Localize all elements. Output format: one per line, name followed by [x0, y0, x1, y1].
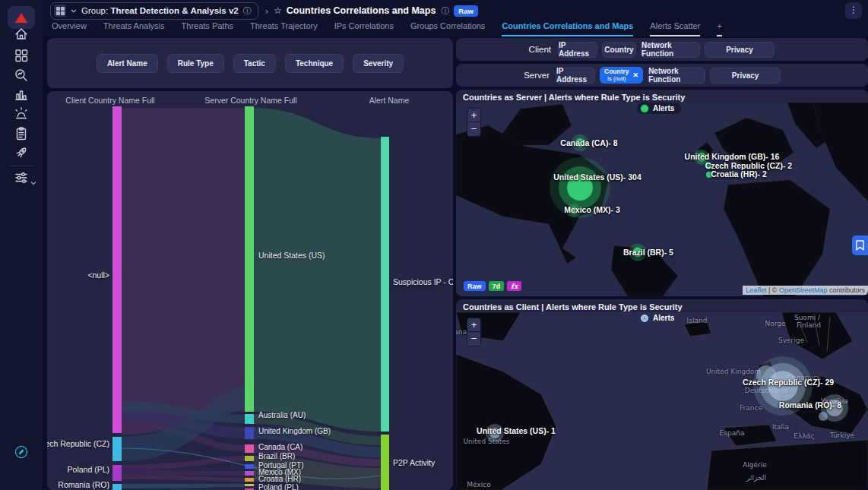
- client-country-button[interactable]: Country: [602, 42, 636, 58]
- tab-groups-correlations[interactable]: Groups Correlations: [410, 21, 485, 36]
- timerange-badge[interactable]: 7d: [489, 281, 505, 291]
- server-country-active-chip[interactable]: Country Is (null) ✕: [600, 67, 643, 84]
- tab-threats-paths[interactable]: Threats Paths: [182, 21, 233, 36]
- label-united-kingdom: United Kingdom (GB)- 16: [685, 152, 780, 161]
- raw-badge[interactable]: Raw: [464, 281, 486, 291]
- raw-badge[interactable]: Raw: [454, 5, 478, 17]
- header-row: Group: Threat Detection & Analysis v2 ⓘ …: [43, 0, 868, 21]
- sankey-label-canada: Canada (CA): [258, 443, 303, 451]
- tab-threats-analysis[interactable]: Threats Analysis: [103, 21, 165, 36]
- alerts-legend[interactable]: Alerts: [637, 312, 681, 324]
- sankey-label-australia: Australia (AU): [258, 411, 306, 419]
- geo-label-suomi: Suomi /: [794, 314, 820, 321]
- search-analytics-icon[interactable]: [14, 68, 29, 83]
- fx-badge[interactable]: fx: [507, 281, 521, 291]
- client-map[interactable]: + − Alerts Island Norge Suomi / Finland …: [456, 312, 868, 490]
- server-ip-address-button[interactable]: IP Address: [556, 68, 595, 84]
- dashboard-grid-icon[interactable]: [14, 48, 29, 63]
- filters-sliders-icon[interactable]: [14, 170, 29, 185]
- tab-ips-correlations[interactable]: IPs Correlations: [334, 21, 394, 36]
- group-grid-icon: [54, 5, 66, 17]
- close-icon[interactable]: ✕: [633, 71, 639, 79]
- sankey-label-united-kingdom: United Kingdom (GB): [258, 427, 331, 435]
- more-menu-button[interactable]: ⋮: [845, 2, 862, 19]
- alerts-legend[interactable]: Alerts: [637, 103, 681, 114]
- server-privacy-button[interactable]: Privacy: [710, 68, 781, 84]
- osm-link[interactable]: OpenStreetMap: [779, 286, 828, 294]
- label-mexico: Mexico (MX)- 3: [564, 205, 620, 214]
- info-icon[interactable]: ⓘ: [441, 7, 449, 15]
- zoom-in-button[interactable]: +: [467, 109, 480, 122]
- filter-rule-type-button[interactable]: Rule Type: [167, 54, 224, 73]
- node-brazil[interactable]: [245, 456, 254, 461]
- leaflet-link[interactable]: Leaflet: [746, 286, 766, 294]
- report-clipboard-icon[interactable]: [14, 126, 29, 141]
- node-null[interactable]: [112, 106, 122, 433]
- sankey-column-client: Client Country Name Full: [65, 96, 154, 105]
- chevron-down-icon[interactable]: [30, 181, 36, 185]
- flow-ribbon: [122, 470, 245, 476]
- client-network-function-button[interactable]: Network Function: [641, 42, 700, 58]
- node-poland[interactable]: [112, 465, 122, 481]
- map-zoom-control: + −: [467, 108, 481, 137]
- compass-icon[interactable]: [14, 444, 29, 460]
- map-attribution: Leaflet | © OpenStreetMap contributors: [743, 286, 868, 295]
- add-tab-button[interactable]: +: [717, 21, 721, 36]
- node-unlabeled[interactable]: [245, 484, 254, 486]
- sankey-label-united-states: United States (US): [258, 251, 325, 260]
- map-zoom-control: + −: [467, 318, 481, 346]
- node-united-kingdom[interactable]: [245, 427, 254, 439]
- home-icon[interactable]: [14, 27, 29, 42]
- filter-technique-button[interactable]: Technique: [285, 54, 344, 73]
- tab-threats-trajectory[interactable]: Threats Trajectory: [250, 21, 318, 36]
- server-network-function-button[interactable]: Network Function: [648, 68, 705, 84]
- zoom-out-button[interactable]: −: [467, 332, 480, 346]
- node-portugal[interactable]: [245, 464, 254, 469]
- geo-label-island: Island: [687, 317, 708, 324]
- node-romania[interactable]: [112, 484, 122, 490]
- filter-alert-name-button[interactable]: Alert Name: [97, 54, 158, 73]
- sankey-label-p2p: P2P Activity: [393, 458, 435, 467]
- filter-tactic-button[interactable]: Tactic: [233, 54, 276, 73]
- node-croatia[interactable]: [245, 478, 254, 482]
- sankey-column-alert: Alert Name: [369, 96, 410, 105]
- node-canada[interactable]: [245, 444, 254, 453]
- group-selector[interactable]: Group: Threat Detection & Analysis v2 ⓘ: [50, 2, 258, 20]
- client-privacy-button[interactable]: Privacy: [705, 42, 775, 58]
- zoom-out-button[interactable]: −: [467, 122, 480, 136]
- sidebar-divider: [9, 166, 33, 166]
- logo-triangle-icon: [15, 13, 27, 23]
- info-icon[interactable]: ⓘ: [243, 7, 252, 15]
- flow-us-suspicious: [254, 108, 381, 432]
- alarm-icon[interactable]: [14, 106, 29, 121]
- node-czech-republic[interactable]: [112, 437, 122, 461]
- server-map-panel: Countries as Server | Alerts where Rule …: [456, 90, 868, 296]
- node-suspicious-ip[interactable]: [381, 137, 389, 432]
- bookmark-button[interactable]: [852, 236, 868, 255]
- node-p2p-activity[interactable]: [381, 435, 389, 490]
- label-brazil: Brazil (BR)- 5: [623, 248, 673, 257]
- app-logo[interactable]: [8, 6, 35, 29]
- sankey-diagram: [47, 105, 453, 490]
- bar-chart-icon[interactable]: [14, 87, 29, 102]
- node-united-states[interactable]: [245, 106, 254, 412]
- tab-alerts-scatter[interactable]: Alerts Scatter: [650, 21, 700, 36]
- zoom-in-button[interactable]: +: [467, 318, 480, 332]
- sankey-panel: Client Country Name Full Server Country …: [47, 91, 453, 490]
- geo-label-sverige: Sverige: [778, 337, 804, 344]
- tab-countries-correlations-and-maps[interactable]: Countries Correlations and Maps: [502, 21, 633, 36]
- server-map[interactable]: + − Alerts Canada (CA)- 8 United States …: [456, 103, 868, 296]
- star-icon[interactable]: ☆: [274, 5, 282, 16]
- filter-severity-button[interactable]: Severity: [353, 54, 404, 73]
- node-mexico[interactable]: [245, 471, 254, 476]
- geo-label-united-kingdom: United Kingdom: [706, 368, 761, 375]
- breadcrumb-separator-icon: ›: [265, 5, 268, 17]
- server-filter-row: Server IP Address Country Is (null) ✕ Ne…: [456, 64, 868, 87]
- tab-overview[interactable]: Overview: [52, 21, 87, 36]
- sankey-column-server: Server Country Name Full: [204, 96, 296, 105]
- node-australia[interactable]: [245, 414, 254, 424]
- client-ip-address-button[interactable]: IP Address: [558, 42, 597, 58]
- client-filter-row: Client IP Address Country Network Functi…: [456, 38, 868, 61]
- label-croatia: Croatia (HR)- 2: [711, 169, 767, 179]
- rocket-icon[interactable]: [14, 145, 29, 160]
